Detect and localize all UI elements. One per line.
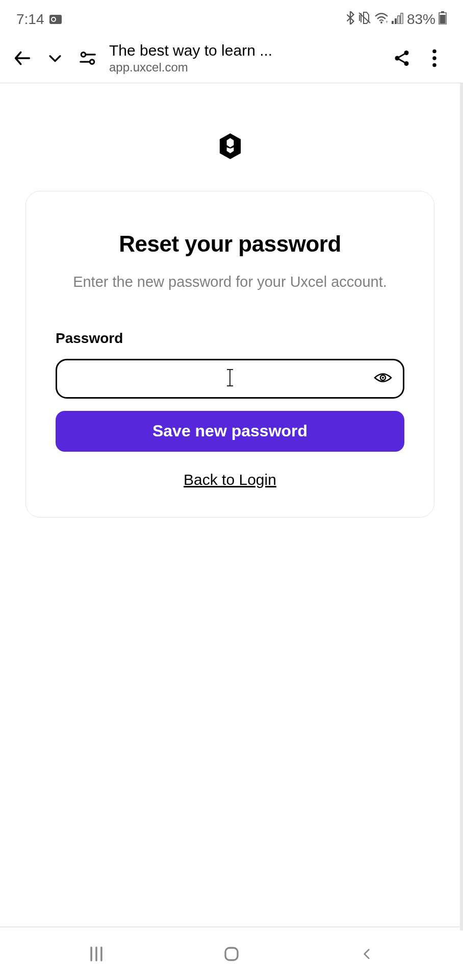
svg-point-21 (432, 56, 436, 60)
wifi-icon: + (374, 11, 389, 28)
battery-icon (439, 11, 447, 28)
status-right: + 83% (346, 11, 447, 28)
svg-text:+: + (385, 19, 388, 24)
browser-bar: The best way to learn ... app.uxcel.com (0, 37, 463, 83)
system-nav-bar (0, 926, 463, 980)
card-subtext: Enter the new password for your Uxcel ac… (56, 271, 404, 293)
page-url: app.uxcel.com (109, 60, 383, 75)
reset-password-card: Reset your password Enter the new passwo… (25, 191, 434, 518)
password-label: Password (56, 330, 404, 347)
svg-rect-31 (225, 948, 238, 960)
svg-point-16 (395, 56, 400, 61)
svg-rect-10 (440, 15, 446, 24)
save-password-button[interactable]: Save new password (56, 411, 404, 452)
svg-rect-4 (392, 21, 394, 24)
logo-container (10, 104, 450, 191)
home-button[interactable] (209, 939, 254, 969)
svg-point-2 (380, 21, 382, 23)
more-button[interactable] (420, 44, 449, 72)
svg-point-11 (81, 53, 86, 57)
back-button[interactable] (8, 44, 37, 72)
settings-tune-icon[interactable] (73, 44, 102, 72)
back-to-login-link[interactable]: Back to Login (56, 471, 404, 488)
status-bar: 7:14 + 83% (0, 0, 463, 37)
signal-icon (392, 11, 404, 28)
status-left: 7:14 (16, 11, 62, 28)
svg-point-13 (90, 60, 94, 64)
password-input-wrap (56, 359, 404, 399)
card-heading: Reset your password (56, 231, 404, 257)
svg-rect-5 (395, 18, 397, 24)
eye-icon[interactable] (374, 371, 392, 386)
svg-point-20 (432, 50, 436, 54)
password-input[interactable] (56, 359, 404, 399)
svg-line-18 (399, 54, 405, 57)
recent-apps-button[interactable] (73, 939, 119, 969)
svg-rect-7 (401, 13, 403, 24)
svg-line-19 (399, 59, 405, 62)
svg-point-15 (404, 51, 409, 55)
svg-rect-6 (398, 16, 400, 24)
clock-time: 7:14 (16, 11, 44, 28)
battery-percent: 83% (407, 11, 435, 28)
svg-point-17 (404, 61, 409, 66)
url-area[interactable]: The best way to learn ... app.uxcel.com (106, 42, 383, 75)
camera-icon (49, 11, 62, 28)
share-button[interactable] (388, 44, 416, 72)
page-title: The best way to learn ... (109, 42, 383, 59)
svg-point-22 (432, 63, 436, 67)
vibrate-icon (358, 11, 371, 28)
svg-point-27 (382, 377, 384, 379)
chevron-down-button[interactable] (41, 44, 69, 72)
bluetooth-icon (346, 11, 355, 28)
uxcel-logo-icon (216, 132, 244, 160)
page-content: Reset your password Enter the new passwo… (0, 83, 463, 930)
nav-back-button[interactable] (344, 939, 390, 969)
